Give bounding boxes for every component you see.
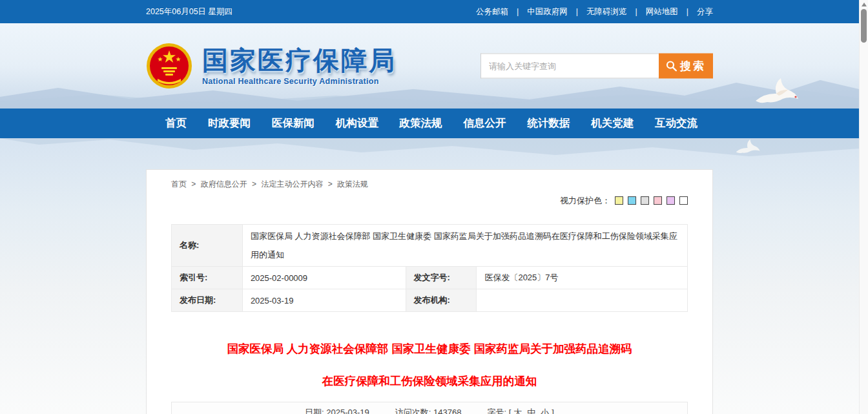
document-info-table: 名称: 国家医保局 人力资源社会保障部 国家卫生健康委 国家药监局关于加强药品追… <box>171 224 688 312</box>
breadcrumb-item[interactable]: 首页 <box>171 180 187 189</box>
doc-name-value: 国家医保局 人力资源社会保障部 国家卫生健康委 国家药监局关于加强药品追溯码在医… <box>242 225 687 267</box>
fontsize-label: 字号: <box>487 408 508 414</box>
doc-number-value: 医保发〔2025〕7号 <box>477 267 688 289</box>
scrollbar-thumb[interactable] <box>861 9 867 43</box>
table-row: 索引号: 2025-02-00009 发文字号: 医保发〔2025〕7号 <box>172 267 688 289</box>
fontsize-links: 大中小 <box>511 408 552 414</box>
color-swatch[interactable] <box>615 196 623 205</box>
top-link[interactable]: 网站地图 <box>646 6 678 17</box>
search-button-label: 搜索 <box>680 59 706 74</box>
search-input[interactable] <box>480 54 659 79</box>
breadcrumb-item[interactable]: 法定主动公开内容 <box>261 180 323 189</box>
table-row: 发布日期: 2025-03-19 发布机构: <box>172 289 688 312</box>
site-title: 国家医疗保障局 <box>202 47 397 74</box>
color-swatch[interactable] <box>679 196 688 205</box>
color-swatch[interactable] <box>666 196 675 205</box>
top-link[interactable]: 公务邮箱 <box>476 6 508 17</box>
fontsize-option[interactable]: 大 <box>513 408 522 414</box>
page-background: 首页 > 政府信息公开 > 法定主动公开内容 > 政策法规 > 视力保护色： <box>0 138 859 414</box>
breadcrumb: 首页 > 政府信息公开 > 法定主动公开内容 > 政策法规 > <box>171 170 688 190</box>
site-brand[interactable]: 国家医疗保障局 National Healthcare Security Adm… <box>146 43 397 89</box>
meta-visits: 访问次数: 143768 <box>395 407 462 414</box>
doc-name-label: 名称: <box>172 225 243 267</box>
top-link-separator: | <box>517 7 519 16</box>
bracket-close: ] <box>552 408 554 414</box>
article-meta-bar: 日期: 2025-03-19 访问次数: 143768 字号: [大中小] <box>171 402 688 414</box>
scrollbar-up-arrow-icon[interactable] <box>862 3 867 6</box>
nav-item[interactable]: 医保新闻 <box>272 116 315 130</box>
nav-item[interactable]: 机构设置 <box>336 116 378 130</box>
eye-protection-label: 视力保护色： <box>560 195 610 207</box>
article-title-line1: 国家医保局 人力资源社会保障部 国家卫生健康委 国家药监局关于加强药品追溯码 <box>171 333 688 365</box>
top-link[interactable]: 中国政府网 <box>527 6 568 17</box>
breadcrumb-item[interactable]: 政策法规 <box>337 180 368 189</box>
dove-icon-small <box>732 138 762 156</box>
top-link[interactable]: 分享 <box>697 6 713 17</box>
breadcrumb-separator: > <box>328 180 333 189</box>
site-header: 国家医疗保障局 National Healthcare Security Adm… <box>0 23 859 109</box>
doc-number-label: 发文字号: <box>406 267 477 289</box>
search-icon <box>666 61 677 72</box>
top-utility-bar: 2025年06月05日 星期四 公务邮箱 | 中国政府网 | 无障碍浏览 | 网… <box>0 0 859 23</box>
fontsize-option[interactable]: 中 <box>527 408 535 414</box>
top-link-separator: | <box>636 7 637 16</box>
nav-item[interactable]: 政策法规 <box>400 116 442 130</box>
eye-protection-swatches <box>615 196 688 205</box>
doc-index-value: 2025-02-00009 <box>242 267 406 289</box>
breadcrumb-separator: > <box>252 180 256 189</box>
color-swatch[interactable] <box>628 196 636 205</box>
table-row: 名称: 国家医保局 人力资源社会保障部 国家卫生健康委 国家药监局关于加强药品追… <box>172 225 688 267</box>
top-link[interactable]: 无障碍浏览 <box>586 6 627 17</box>
doc-pubdate-label: 发布日期: <box>172 289 243 312</box>
breadcrumb-separator: > <box>191 180 196 189</box>
content-card: 首页 > 政府信息公开 > 法定主动公开内容 > 政策法规 > 视力保护色： <box>146 169 713 414</box>
doc-puborg-label: 发布机构: <box>406 289 477 312</box>
top-link-separator: | <box>576 7 578 16</box>
national-emblem-logo <box>146 43 192 89</box>
article-title: 国家医保局 人力资源社会保障部 国家卫生健康委 国家药监局关于加强药品追溯码 在… <box>171 333 688 397</box>
site-subtitle-en: National Healthcare Security Administrat… <box>202 77 397 86</box>
fontsize-option[interactable]: 小 <box>541 408 549 414</box>
top-link-separator: | <box>687 7 688 16</box>
search-button[interactable]: 搜索 <box>659 54 713 79</box>
doc-pubdate-value: 2025-03-19 <box>242 289 406 312</box>
article-title-line2: 在医疗保障和工伤保险领域采集应用的通知 <box>171 365 688 397</box>
breadcrumb-item[interactable]: 政府信息公开 <box>201 180 247 189</box>
color-swatch[interactable] <box>654 196 662 205</box>
dove-icon <box>750 76 801 109</box>
nav-item[interactable]: 信息公开 <box>463 116 506 130</box>
main-nav: 首页 时政要闻 医保新闻 机构设置 政策法规 信息公开 统计数据 机关党建 互动… <box>0 109 859 138</box>
color-swatch[interactable] <box>641 196 649 205</box>
page: 2025年06月05日 星期四 公务邮箱 | 中国政府网 | 无障碍浏览 | 网… <box>0 0 859 414</box>
top-links: 公务邮箱 | 中国政府网 | 无障碍浏览 | 网站地图 | 分享 | <box>476 6 713 17</box>
meta-fontsize: 字号: [大中小] <box>487 407 553 414</box>
scrollbar[interactable] <box>859 0 868 414</box>
search-bar: 搜索 <box>480 54 713 79</box>
current-date: 2025年06月05日 星期四 <box>146 6 232 17</box>
nav-item[interactable]: 时政要闻 <box>208 116 251 130</box>
nav-item[interactable]: 机关党建 <box>591 116 634 130</box>
nav-item[interactable]: 互动交流 <box>655 116 698 130</box>
doc-index-label: 索引号: <box>172 267 243 289</box>
nav-item[interactable]: 统计数据 <box>527 116 570 130</box>
nav-item[interactable]: 首页 <box>165 116 187 130</box>
meta-date: 日期: 2025-03-19 <box>305 407 369 414</box>
eye-protection-row: 视力保护色： <box>171 196 688 205</box>
doc-puborg-value <box>477 289 688 312</box>
